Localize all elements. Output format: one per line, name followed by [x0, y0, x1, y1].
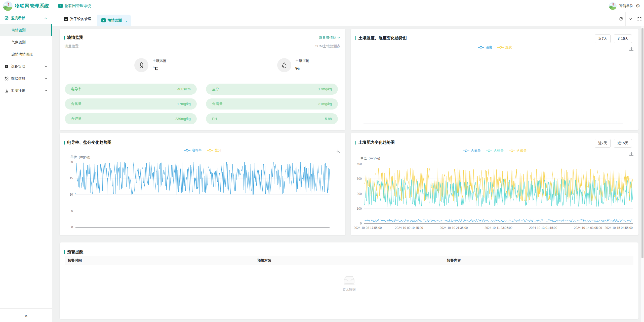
legend-marker	[486, 149, 492, 152]
breadcrumb: a 物联网管理系统	[58, 4, 91, 8]
chevron-down-icon	[44, 77, 48, 80]
sidebar-collapse-button[interactable]: «	[0, 308, 52, 322]
sidebar-item-devices[interactable]: 设备管理	[0, 60, 52, 73]
soil-moisture-card: 墒情监测 随县墒情站 测量位置 5CM土壤监测点 土壤温度 ℃	[60, 29, 345, 130]
sidebar-item-label: 设备管理	[11, 64, 25, 69]
svg-text:2024-10-10 21:35:00: 2024-10-10 21:35:00	[440, 226, 468, 230]
refresh-button[interactable]	[616, 12, 625, 26]
username: 智能单位	[619, 4, 633, 8]
sidebar-item-alerts[interactable]: 监测预警	[0, 85, 52, 97]
gear-icon[interactable]: ⚙	[636, 4, 640, 8]
legend-potassium[interactable]: 含钾量	[486, 149, 504, 153]
download-icon[interactable]	[335, 149, 340, 154]
app-title: 物联网管理系统	[15, 3, 49, 9]
metric-phosphorus: 含磷量31mg/kg	[206, 98, 338, 110]
logo-row: 物联网管理系统	[0, 0, 52, 12]
chevron-down-icon	[629, 18, 632, 21]
legend-marker	[207, 149, 213, 152]
legend-salinity[interactable]: 盐分	[207, 148, 221, 153]
legend-humidity[interactable]: 湿度	[497, 45, 512, 50]
metric-nitrogen: 含氮量17mg/kg	[65, 98, 197, 110]
sensor-value: ℃	[152, 66, 167, 71]
sidebar-item-label: 监测预警	[11, 88, 25, 93]
dashboard-icon	[5, 16, 9, 20]
empty-state: 暂无数据	[60, 274, 638, 292]
sidebar-item-label: 监测看板	[11, 16, 25, 20]
title-accent-bar	[64, 36, 65, 40]
fertility-trend-card: 土壤肥力变化趋势图 近7天 近15天 含氮量 含钾量 含磷量 单位（mg/kg)…	[351, 133, 638, 235]
sensor-name: 土壤湿度	[295, 59, 309, 63]
svg-text:2024-10-08 17:55:00: 2024-10-08 17:55:00	[354, 226, 382, 230]
sidebar-item-data[interactable]: 数据信息	[0, 73, 52, 85]
metric-salinity: 盐分17mg/kg	[206, 84, 338, 95]
station-select[interactable]: 随县墒情站	[319, 35, 340, 40]
top-header: a 物联网管理系统 智能单位 ⚙	[52, 0, 644, 12]
tab-close-icon[interactable]: ×	[125, 20, 127, 23]
avatar[interactable]	[609, 2, 617, 10]
svg-text:100: 100	[357, 207, 362, 210]
fullscreen-icon	[637, 17, 641, 21]
sidebar-item-weather[interactable]: 气象监测	[0, 36, 52, 48]
scrollbar-thumb[interactable]	[641, 28, 643, 258]
alert-doc-icon	[5, 89, 9, 93]
range-15d-button[interactable]: 近15天	[614, 34, 632, 43]
column-header-target: 预警对象	[254, 258, 444, 263]
range-7d-button[interactable]: 近7天	[595, 139, 611, 148]
card-title: 土壤肥力变化趋势图	[358, 140, 395, 145]
droplet-icon	[277, 58, 291, 72]
fullscreen-button[interactable]	[635, 12, 644, 26]
sensor-row: 土壤温度 ℃ 土壤湿度 %	[60, 58, 345, 72]
svg-text:2024-10-13 01:15:00: 2024-10-13 01:15:00	[529, 226, 557, 230]
tab-app-icon: a	[101, 18, 106, 22]
legend-nitrogen[interactable]: 含氮量	[463, 149, 481, 153]
legend-phosphorus[interactable]: 含磷量	[509, 149, 527, 153]
empty-chart-axis	[364, 124, 623, 124]
range-15d-button[interactable]: 近15天	[614, 139, 632, 148]
svg-text:a: a	[65, 18, 67, 21]
card-title: 预警提醒	[67, 249, 83, 255]
legend-temperature[interactable]: 温度	[478, 45, 492, 50]
range-7d-button[interactable]: 近7天	[595, 34, 611, 43]
divider	[65, 52, 340, 52]
sidebar-item-pest-report[interactable]: 虫情病情测报	[0, 48, 52, 60]
location-value: 5CM土壤监测点	[315, 44, 340, 49]
svg-text:5: 5	[71, 209, 73, 213]
thermometer-icon	[134, 58, 148, 72]
alerts-table-header: 预警时间 预警对象 预警内容	[65, 256, 633, 265]
title-accent-bar	[355, 36, 356, 40]
svg-text:400: 400	[357, 162, 362, 166]
tab-options-button[interactable]	[625, 12, 635, 26]
legend-marker	[184, 149, 190, 152]
device-icon	[5, 64, 9, 68]
metric-conductivity: 电导率48us/cm	[65, 84, 197, 95]
svg-text:a: a	[103, 19, 104, 22]
sensor-name: 土壤温度	[152, 59, 167, 63]
tab-label: 孢子设备管理	[70, 17, 91, 21]
chevron-up-icon	[44, 17, 48, 20]
sidebar-item-label: 虫情病情测报	[12, 52, 33, 57]
download-icon[interactable]	[629, 47, 634, 52]
table-bottom-border	[65, 304, 633, 304]
legend-marker	[478, 46, 484, 49]
tab-soil-moisture[interactable]: a 墒情监测 ×	[97, 15, 131, 26]
collapse-icon: «	[25, 312, 27, 318]
card-title: 墒情监测	[67, 35, 83, 40]
sidebar-menu: 监测看板 墒情监测 气象监测 虫情病情测报 设备管理 数据信息	[0, 12, 52, 97]
tab-spore-device[interactable]: a 孢子设备管理	[58, 12, 97, 26]
download-icon[interactable]	[629, 152, 634, 157]
conductivity-trend-card: 电导率、盐分变化趋势图 电导率 盐分 单位（mg/kg) 20151050	[60, 133, 345, 235]
legend-marker	[497, 46, 504, 49]
tab-label: 墒情监测	[108, 18, 122, 23]
metric-ph: PH5.88	[206, 113, 338, 124]
sidebar-item-dashboard[interactable]: 监测看板	[0, 12, 52, 24]
legend-conductivity[interactable]: 电导率	[184, 148, 202, 153]
main-content: 墒情监测 随县墒情站 测量位置 5CM土壤监测点 土壤温度 ℃	[52, 26, 644, 322]
data-grid-icon	[5, 77, 9, 81]
sidebar-item-label: 数据信息	[11, 76, 25, 81]
sidebar-item-label: 气象监测	[12, 40, 26, 45]
breadcrumb-app-icon: a	[58, 4, 63, 8]
app-logo	[3, 1, 13, 11]
tab-app-icon: a	[64, 17, 68, 21]
chevron-down-icon	[337, 37, 340, 39]
sidebar-item-soil-moisture[interactable]: 墒情监测	[0, 24, 52, 36]
